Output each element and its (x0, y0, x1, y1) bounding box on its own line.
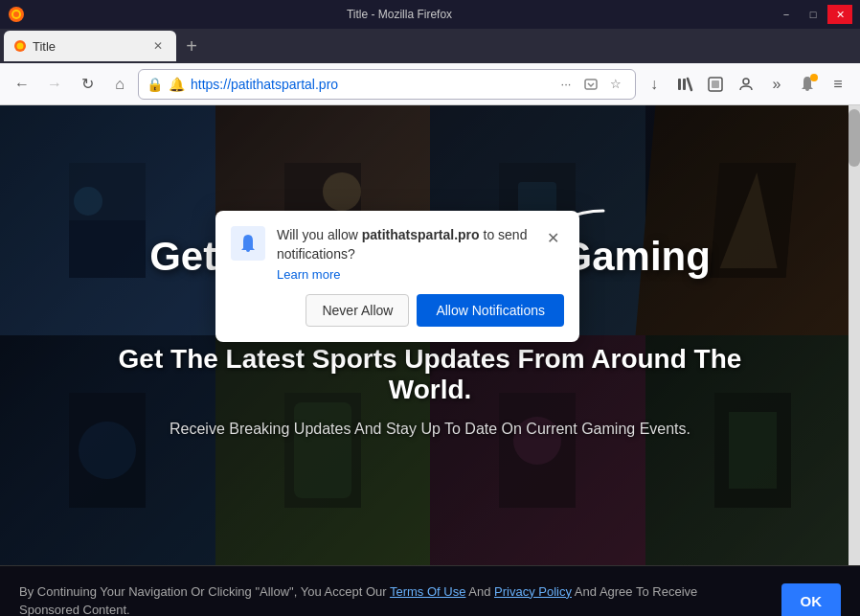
urlbar[interactable]: 🔒 🔔 https://patithatspartal.pro ··· ☆ (138, 69, 636, 100)
svg-rect-6 (678, 79, 681, 90)
more-button[interactable]: ··· (554, 73, 577, 96)
window-title: Title - Mozilla Firefox (31, 8, 768, 21)
notification-badge (810, 74, 818, 81)
popup-text-content: Will you allow patithatspartal.pro to se… (277, 226, 530, 283)
tabbar: Title ✕ + (0, 29, 860, 63)
footer-text: By Continuing Your Navigation Or Clickin… (19, 582, 747, 617)
svg-point-2 (13, 11, 19, 17)
popup-site: patithatspartal.pro (362, 227, 480, 242)
svg-point-10 (743, 79, 749, 84)
allow-notifications-button[interactable]: Allow Notifications (417, 294, 564, 327)
sub-headline: Get The Latest Sports Updates From Aroun… (77, 344, 783, 405)
scrollbar[interactable] (849, 105, 860, 565)
content-area: Get The Most Recent Gaming Updates! Get … (0, 105, 860, 565)
privacy-link[interactable]: Privacy Policy (494, 584, 572, 599)
menu-button[interactable]: ≡ (824, 70, 852, 99)
security-icon: 🔒 (147, 77, 163, 92)
download-button[interactable]: ↓ (640, 70, 668, 99)
footer-bar: By Continuing Your Navigation Or Clickin… (0, 565, 860, 616)
sync-button[interactable] (701, 70, 730, 99)
site-info-icon: 🔔 (169, 77, 185, 92)
popup-header: Will you allow patithatspartal.pro to se… (231, 226, 564, 283)
learn-more-link[interactable]: Learn more (277, 267, 340, 282)
tab-label: Title (33, 39, 144, 54)
popup-buttons: Never Allow Allow Notifications (231, 294, 564, 327)
popup-title: Will you allow patithatspartal.pro to se… (277, 226, 530, 263)
firefox-icon (8, 6, 25, 23)
urlbar-actions: ··· ☆ (554, 73, 627, 96)
svg-rect-7 (683, 79, 686, 90)
footer-text-middle: And (465, 584, 494, 599)
svg-rect-5 (585, 80, 597, 89)
tab-title[interactable]: Title ✕ (4, 31, 176, 61)
svg-rect-9 (712, 80, 719, 88)
maximize-button[interactable]: □ (801, 5, 826, 24)
account-button[interactable] (732, 70, 760, 99)
toolbar-right: ↓ » ≡ (640, 70, 852, 99)
bookmark-button[interactable]: ☆ (604, 73, 627, 96)
svg-point-4 (17, 43, 24, 50)
back-button[interactable]: ← (8, 70, 36, 99)
popup-notification-icon (231, 226, 265, 261)
notification-bell[interactable] (793, 70, 822, 99)
toolbar: ← → ↻ ⌂ 🔒 🔔 https://patithatspartal.pro … (0, 63, 860, 105)
never-allow-button[interactable]: Never Allow (306, 294, 409, 327)
forward-button[interactable]: → (40, 70, 69, 99)
body-text: Receive Breaking Updates And Stay Up To … (170, 421, 690, 438)
minimize-button[interactable]: − (774, 5, 799, 24)
home-button[interactable]: ⌂ (105, 70, 134, 99)
titlebar: Title - Mozilla Firefox − □ ✕ (0, 0, 860, 29)
url-text: https://patithatspartal.pro (191, 77, 549, 92)
more-tools-button[interactable]: » (762, 70, 791, 99)
reload-button[interactable]: ↻ (73, 70, 102, 99)
terms-link[interactable]: Terms Of Use (390, 584, 465, 599)
ok-button[interactable]: OK (781, 583, 842, 617)
popup-close-button[interactable]: ✕ (541, 226, 564, 249)
pocket-button[interactable] (579, 73, 602, 96)
footer-text-before: By Continuing Your Navigation Or Clickin… (19, 584, 390, 599)
library-button[interactable] (670, 70, 699, 99)
scrollbar-thumb[interactable] (849, 109, 860, 167)
window-controls: − □ ✕ (774, 5, 852, 24)
tab-favicon (13, 39, 27, 53)
close-button[interactable]: ✕ (827, 5, 852, 24)
notification-popup: Will you allow patithatspartal.pro to se… (215, 211, 579, 342)
new-tab-button[interactable]: + (178, 33, 205, 59)
popup-title-prefix: Will you allow (277, 227, 362, 242)
tab-close-button[interactable]: ✕ (149, 37, 167, 55)
